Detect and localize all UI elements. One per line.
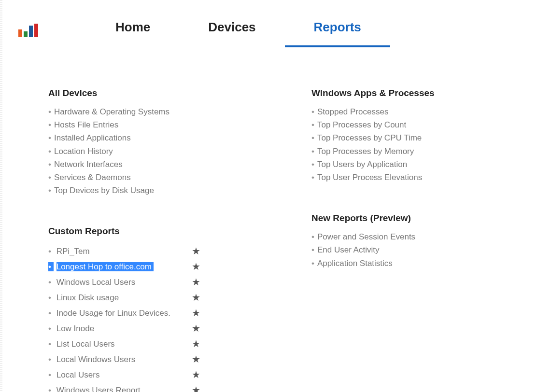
report-link[interactable]: • List Local Users★ [48,336,200,351]
report-link-label: Inode Usage for Linux Devices. [57,308,172,318]
report-link[interactable]: • Local Windows Users★ [48,351,200,367]
star-icon[interactable]: ★ [192,351,200,367]
custom-report-row: • Local Users★ [48,367,200,382]
content: All Devices • Hardware & Operating Syste… [0,45,551,392]
report-link[interactable]: • End User Activity [311,243,435,256]
bullet-icon: • [48,293,54,302]
bullet-icon: • [48,118,51,131]
report-link-label: Longest Hop to office.com [57,262,154,271]
custom-report-left[interactable]: • Windows Local Users [48,276,137,289]
bullet-icon: • [311,171,314,184]
nav-reports[interactable]: Reports [285,13,390,47]
section-title-custom-reports: Custom Reports [48,226,200,237]
section-custom-reports: Custom Reports • RPi_Tem★• Longest Hop t… [48,226,200,392]
report-link-label: Services & Daemons [54,171,133,184]
report-link[interactable]: • RPi_Tem★ [48,243,200,259]
bullet-icon: • [311,118,314,131]
nav-home[interactable]: Home [86,13,179,47]
report-link[interactable]: • Low Inode★ [48,321,200,336]
custom-report-left[interactable]: • Inode Usage for Linux Devices. [48,307,172,320]
report-link-label: Top Users by Application [317,158,409,171]
report-link[interactable]: • Installed Applications [48,131,200,144]
report-link[interactable]: • Location History [48,145,200,158]
report-link-label: RPi_Tem [57,247,92,256]
section-new-reports: New Reports (Preview) • Power and Sessio… [311,213,435,270]
report-link-label: Network Interfaces [54,158,125,171]
custom-report-row: • Windows Local Users★ [48,274,200,290]
report-link[interactable]: • Top User Process Elevations [311,171,435,184]
report-link-label: Local Users [57,370,102,379]
star-icon[interactable]: ★ [192,243,200,259]
star-icon[interactable]: ★ [192,290,200,305]
bullet-icon: • [311,131,314,144]
bullet-icon: • [48,308,54,318]
logo-bar-blue [29,26,33,37]
custom-report-row: • Longest Hop to office.com★ [48,259,200,274]
section-title-new-reports: New Reports (Preview) [311,213,435,224]
report-link[interactable]: • Top Processes by CPU Time [311,131,435,144]
star-icon[interactable]: ★ [192,382,200,392]
report-link[interactable]: • Windows Local Users★ [48,274,200,290]
bullet-icon: • [48,339,54,349]
section-all-devices: All Devices • Hardware & Operating Syste… [48,88,200,197]
report-link-label: Top Processes by Memory [317,145,416,158]
report-link[interactable]: • Top Processes by Count [311,118,435,131]
report-link[interactable]: • Hosts File Entries [48,118,200,131]
bullet-icon: • [48,184,51,197]
bullet-icon: • [48,386,54,392]
star-icon[interactable]: ★ [192,259,200,274]
report-link[interactable]: • Hardware & Operating Systems [48,105,200,118]
logo-bar-red [34,24,38,37]
bullet-icon: • [48,262,54,271]
custom-report-left[interactable]: • Linux Disk usage [48,291,121,304]
report-link[interactable]: • Inode Usage for Linux Devices.★ [48,305,200,321]
custom-report-left[interactable]: • Longest Hop to office.com [48,260,154,273]
custom-report-left[interactable]: • Local Users [48,368,101,381]
report-link-label: Top Devices by Disk Usage [54,184,156,197]
section-title-windows-apps: Windows Apps & Processes [311,88,435,98]
section-windows-apps: Windows Apps & Processes • Stopped Proce… [311,88,435,184]
star-icon[interactable]: ★ [192,367,200,382]
report-link[interactable]: • Services & Daemons [48,171,200,184]
star-icon[interactable]: ★ [192,274,200,290]
report-link[interactable]: • Network Interfaces [48,158,200,171]
report-link-label: Location History [54,145,115,158]
custom-report-left[interactable]: • Windows Users Report [48,384,142,392]
bullet-icon: • [311,145,314,158]
report-link-label: Linux Disk usage [57,293,121,302]
bullet-icon: • [48,278,54,287]
star-icon[interactable]: ★ [192,336,200,351]
report-link[interactable]: • Application Statistics [311,257,435,270]
report-link[interactable]: • Power and Session Events [311,230,435,243]
bullet-icon: • [48,145,51,158]
left-edge-decoration [0,0,2,392]
custom-report-left[interactable]: • Low Inode [48,322,96,335]
nav-devices[interactable]: Devices [179,13,284,47]
logo-bar-green [24,31,28,37]
report-link-label: Windows Users Report [57,386,142,392]
report-link[interactable]: • Top Users by Application [311,158,435,171]
report-link[interactable]: • Windows Users Report★ [48,382,200,392]
report-link-label: End User Activity [317,243,381,256]
custom-report-left[interactable]: • List Local Users [48,337,117,350]
custom-report-left[interactable]: • RPi_Tem [48,245,92,258]
custom-report-left[interactable]: • Local Windows Users [48,353,137,366]
report-link[interactable]: • Local Users★ [48,367,200,382]
report-link[interactable]: • Top Processes by Memory [311,145,435,158]
section-title-all-devices: All Devices [48,88,200,98]
report-link-label: Hosts File Entries [54,118,120,131]
bullet-icon: • [48,171,51,184]
nav: Home Devices Reports [86,13,390,47]
report-link[interactable]: • Longest Hop to office.com★ [48,259,200,274]
star-icon[interactable]: ★ [192,321,200,336]
bullet-icon: • [48,105,51,118]
custom-report-row: • Local Windows Users★ [48,351,200,367]
report-link-label: Windows Local Users [57,278,137,287]
report-link[interactable]: • Linux Disk usage★ [48,290,200,305]
star-icon[interactable]: ★ [192,305,200,321]
report-link[interactable]: • Stopped Processes [311,105,435,118]
custom-report-row: • Low Inode★ [48,321,200,336]
report-link[interactable]: • Top Devices by Disk Usage [48,184,200,197]
logo-icon[interactable] [18,23,38,37]
bullet-icon: • [311,257,314,270]
